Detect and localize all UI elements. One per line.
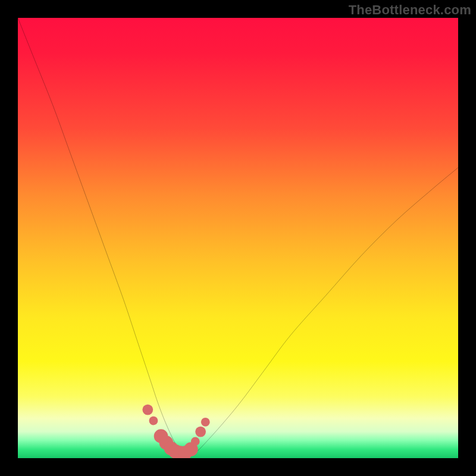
plot-area <box>18 18 458 458</box>
curve-layer <box>18 18 458 458</box>
marker-dot <box>142 405 153 415</box>
marker-dot <box>195 427 206 437</box>
marker-dot <box>191 437 200 446</box>
outer-frame: TheBottleneck.com <box>0 0 476 476</box>
highlight-markers <box>142 405 209 458</box>
bottleneck-curve <box>18 18 458 455</box>
watermark-text: TheBottleneck.com <box>349 2 471 18</box>
marker-dot <box>149 416 158 425</box>
marker-dot <box>201 418 210 427</box>
